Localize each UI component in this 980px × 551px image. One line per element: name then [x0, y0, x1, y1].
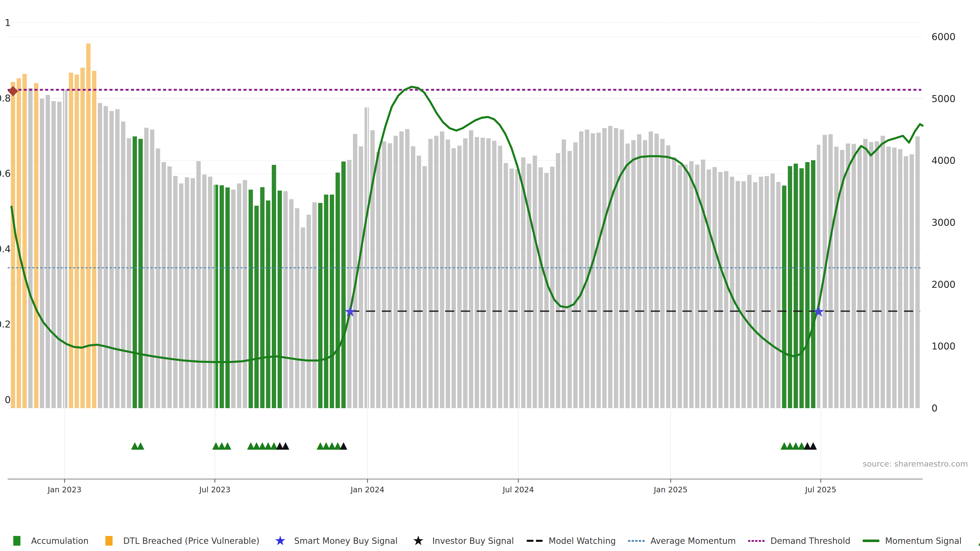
price-bar	[718, 172, 722, 408]
chart-legend: Close PriceAccumulationDTL Breached (Pri…	[0, 535, 980, 547]
legend-label: Smart Money Buy Signal	[294, 536, 398, 546]
x-axis-label: Jul 2025	[805, 485, 836, 494]
svg-text:★: ★	[274, 535, 286, 547]
price-bar	[237, 183, 242, 408]
price-bar	[591, 133, 595, 408]
price-bar	[654, 134, 659, 408]
price-bar	[208, 176, 212, 408]
svg-text:▲: ▲	[978, 535, 980, 547]
price-bar	[666, 145, 670, 408]
price-bar	[515, 169, 520, 408]
price-bar	[133, 137, 137, 408]
price-bar	[475, 137, 479, 408]
legend-item-accumulation-triangle: ▲Accumulation	[972, 535, 980, 547]
price-bar	[863, 139, 867, 408]
right-axis-label: 1000	[932, 341, 956, 352]
accumulation-triangle-icon: ▲	[224, 440, 231, 451]
price-bar	[220, 185, 224, 408]
price-bar	[811, 160, 815, 408]
svg-text:★: ★	[412, 535, 425, 547]
price-bar	[892, 148, 897, 408]
legend-item-dtl-breached: DTL Breached (Price Vulnerable)	[99, 535, 259, 547]
source-note: source: sharemaestro.com	[863, 459, 968, 468]
price-bar	[550, 167, 554, 408]
price-bar	[683, 165, 688, 408]
price-bar	[759, 176, 763, 408]
price-bar	[672, 157, 676, 408]
price-bar	[573, 142, 578, 408]
investor-triangle-icon: ▲	[340, 440, 347, 451]
price-bar	[388, 143, 392, 408]
price-bar	[393, 136, 398, 408]
price-bar	[632, 140, 636, 408]
left-axis-label: 0.2	[0, 319, 11, 330]
price-bar	[765, 176, 769, 408]
investor-triangle-icon: ▲	[810, 440, 817, 451]
price-bar	[701, 160, 705, 408]
legend-item-momentum-signal: Momentum Signal	[861, 535, 962, 547]
price-bar	[179, 183, 183, 408]
investor-buy-signal-icon: ★	[408, 535, 428, 547]
price-bar	[359, 146, 363, 408]
price-bar	[98, 103, 102, 408]
price-bar	[446, 140, 450, 408]
price-bar	[121, 121, 125, 408]
price-bar	[92, 71, 97, 408]
price-bar	[875, 141, 879, 408]
price-bar	[794, 164, 798, 408]
smart-money-buy-signal-icon: ★	[270, 535, 290, 547]
price-bar	[469, 130, 473, 408]
dtl-breached-icon	[99, 535, 119, 547]
price-bar	[527, 164, 531, 408]
price-bar	[11, 82, 15, 408]
price-bar	[799, 168, 803, 408]
legend-label: Model Watching	[549, 536, 616, 546]
price-bar	[231, 189, 235, 408]
price-bar	[342, 162, 346, 408]
price-bar	[434, 136, 438, 408]
price-bar	[788, 166, 792, 408]
price-bar	[110, 111, 114, 408]
legend-item-average-momentum: Average Momentum	[627, 535, 736, 547]
price-bar	[492, 141, 496, 408]
left-axis-label: 0.6	[0, 168, 11, 179]
price-bar	[138, 139, 143, 408]
price-bar	[243, 180, 247, 408]
price-bar	[278, 191, 282, 408]
price-bar	[597, 133, 601, 408]
price-bar	[915, 137, 920, 408]
legend-item-demand-threshold: Demand Threshold	[746, 535, 850, 547]
price-bar	[770, 173, 775, 408]
price-bar	[538, 167, 543, 408]
price-bar	[533, 156, 537, 408]
price-bar	[713, 167, 717, 408]
price-bar	[695, 165, 699, 408]
right-axis-label: 5000	[932, 94, 956, 104]
price-bar	[115, 109, 119, 408]
price-bar	[28, 88, 33, 408]
price-bar	[480, 138, 485, 408]
price-bar	[167, 166, 172, 408]
price-bar	[678, 165, 682, 408]
price-bar	[202, 175, 207, 408]
price-bar	[579, 131, 584, 408]
price-bar	[283, 191, 288, 408]
price-bar	[411, 146, 415, 408]
x-axis-label: Jan 2023	[47, 485, 81, 494]
price-bar	[544, 173, 549, 408]
price-bar	[562, 140, 566, 408]
price-bar	[724, 171, 729, 408]
price-bar	[753, 182, 757, 408]
momentum-price-chart: ◆★★▲▲▲▲▲▲▲▲▲▲▲▲▲▲▲▲▲▲▲▲▲▲▲Jan 2023Jul 20…	[0, 0, 980, 551]
price-bar	[376, 152, 380, 408]
x-axis-label: Jul 2024	[502, 485, 534, 494]
price-bar	[452, 148, 456, 408]
price-bar	[904, 156, 908, 408]
price-bar	[852, 144, 856, 408]
price-bar	[225, 187, 230, 408]
price-bar	[307, 215, 311, 408]
price-bar	[364, 107, 369, 408]
price-bar	[556, 153, 560, 408]
legend-label: Investor Buy Signal	[432, 536, 514, 546]
price-bar	[52, 101, 56, 408]
